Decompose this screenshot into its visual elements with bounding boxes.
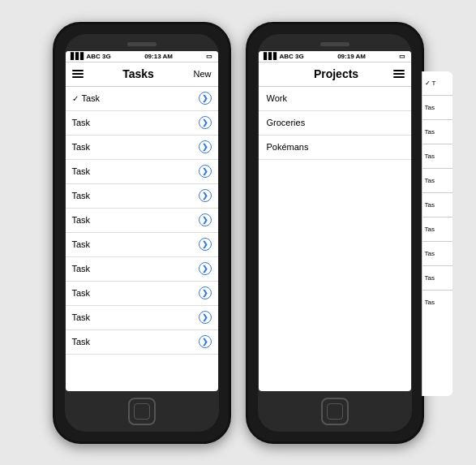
info-icon[interactable]: ❯ (199, 286, 212, 299)
screen-2: ▋▋▋ ABC 3G 09:19 AM ▭ Projects Work (259, 51, 411, 391)
info-icon[interactable]: ❯ (199, 116, 212, 129)
info-icon[interactable]: ❯ (199, 262, 212, 275)
clip-row: Tas (422, 193, 452, 217)
task-label: Task (72, 239, 91, 249)
info-icon[interactable]: ❯ (199, 140, 212, 153)
clip-row: Tas (422, 144, 452, 169)
info-icon[interactable]: ❯ (199, 165, 212, 178)
speaker-1 (127, 42, 157, 46)
nav-bar-2: Projects (259, 62, 411, 87)
phone-2: ▋▋▋ ABC 3G 09:19 AM ▭ Projects Work (246, 22, 424, 444)
hamburger-icon-2[interactable] (393, 70, 405, 78)
info-icon[interactable]: ❯ (199, 335, 212, 348)
status-bar-2: ▋▋▋ ABC 3G 09:19 AM ▭ (259, 51, 411, 62)
task-label: Task (72, 215, 91, 225)
speaker-2 (320, 42, 349, 46)
task-row[interactable]: Task ❯ (66, 209, 218, 233)
clip-row: Tas (422, 120, 452, 144)
task-label: Task (72, 264, 91, 273)
signal-1: ▋▋▋ ABC 3G (71, 53, 111, 60)
task-row[interactable]: Task ❯ (66, 184, 218, 209)
project-row-pokemans[interactable]: Pokémans (259, 136, 411, 160)
checkmark-icon: ✓ (72, 94, 79, 103)
status-bar-1: ▋▋▋ ABC 3G 09:13 AM ▭ (66, 51, 218, 62)
task-label: Task (72, 312, 91, 322)
info-icon[interactable]: ❯ (199, 189, 212, 202)
task-row[interactable]: Task ❯ (66, 257, 218, 282)
task-row[interactable]: Task ❯ (66, 111, 218, 136)
clip-panel: ✓ T Tas Tas Tas Tas Tas Tas Tas Tas Tas (422, 71, 452, 396)
task-label: Task (72, 166, 91, 176)
task-row[interactable]: Task ❯ (66, 282, 218, 306)
project-label: Work (267, 93, 287, 103)
task-list-1: ✓ Task ❯ Task ❯ Task (66, 87, 218, 391)
clip-row: Tas (422, 242, 452, 266)
screen-1: ▋▋▋ ABC 3G 09:13 AM ▭ Tasks New (66, 51, 218, 391)
project-row-groceries[interactable]: Groceries (259, 111, 411, 136)
info-icon[interactable]: ❯ (199, 311, 212, 324)
clip-row: Tas (422, 291, 452, 315)
task-row[interactable]: Task ❯ (66, 330, 218, 355)
task-label: Task (72, 142, 91, 152)
home-button-1[interactable] (128, 398, 156, 425)
hamburger-icon-1[interactable] (72, 70, 84, 78)
clip-row: Tas (422, 217, 452, 242)
clip-row: Tas (422, 169, 452, 193)
time-1: 09:13 AM (144, 53, 173, 60)
task-row[interactable]: Task ❯ (66, 136, 218, 160)
clip-row: ✓ T (422, 71, 452, 96)
task-label: Task (72, 118, 91, 127)
task-row[interactable]: Task ❯ (66, 233, 218, 257)
home-button-2[interactable] (321, 398, 349, 425)
battery-2: ▭ (399, 53, 405, 60)
task-row[interactable]: Task ❯ (66, 306, 218, 330)
nav-title-2: Projects (314, 67, 358, 80)
signal-2: ▋▋▋ ABC 3G (264, 53, 304, 60)
project-row-work[interactable]: Work (259, 87, 411, 111)
task-label: Task (72, 191, 91, 200)
new-button-1[interactable]: New (193, 69, 211, 79)
clip-row: Tas (422, 266, 452, 291)
project-label: Pokémans (267, 142, 309, 152)
project-list: Work Groceries Pokémans (259, 87, 411, 391)
task-row[interactable]: ✓ Task ❯ (66, 87, 218, 111)
project-label: Groceries (267, 118, 306, 127)
battery-1: ▭ (206, 53, 212, 60)
info-icon[interactable]: ❯ (199, 213, 212, 226)
task-label: Task (72, 337, 91, 347)
phone-1: ▋▋▋ ABC 3G 09:13 AM ▭ Tasks New (53, 22, 231, 444)
info-icon[interactable]: ❯ (199, 92, 212, 105)
task-label: Task (72, 288, 91, 298)
task-label: Task (82, 93, 101, 103)
time-2: 09:19 AM (337, 53, 366, 60)
task-row[interactable]: Task ❯ (66, 160, 218, 184)
nav-title-1: Tasks (122, 67, 154, 80)
info-icon[interactable]: ❯ (199, 238, 212, 251)
clip-row: Tas (422, 96, 452, 120)
nav-bar-1: Tasks New (66, 62, 218, 87)
